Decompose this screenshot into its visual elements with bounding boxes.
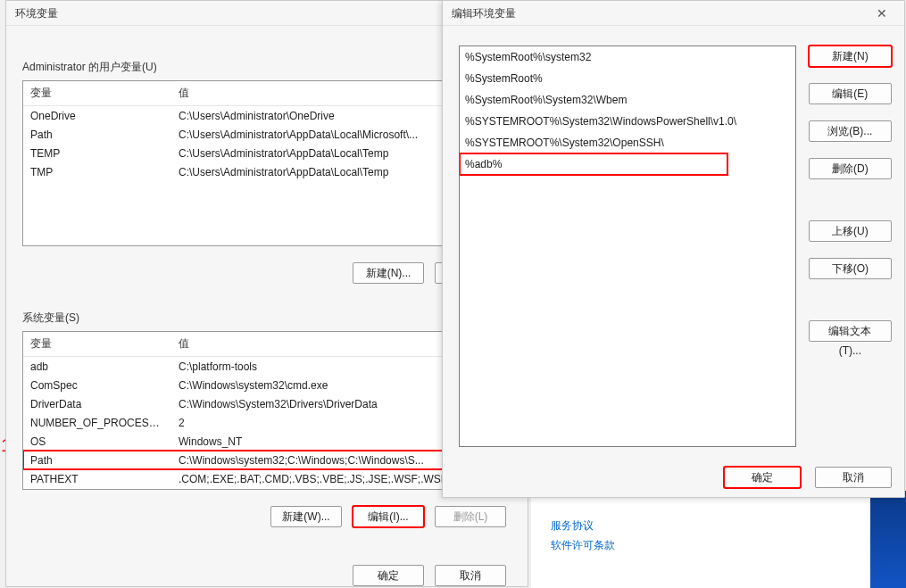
user-vars-buttons: 新建(N)... 编辑(E)...: [22, 246, 511, 296]
cell-var: TMP: [23, 162, 171, 181]
sys-vars-label: 系统变量(S): [22, 302, 511, 331]
list-item[interactable]: %SystemRoot%\System32\Wbem: [460, 89, 795, 111]
cell-var: DriverData: [23, 394, 171, 413]
dlg1-footer-buttons: 确定 取消: [22, 549, 511, 588]
cell-var: TEMP: [23, 144, 171, 162]
table-row[interactable]: PathC:\Users\Administrator\AppData\Local…: [23, 125, 511, 144]
user-vars-table[interactable]: 变量 值 OneDriveC:\Users\Administrator\OneD…: [22, 80, 511, 246]
dlg2-titlebar: 编辑环境变量 ✕: [443, 1, 904, 26]
user-vars-label: Administrator 的用户变量(U): [22, 51, 511, 80]
cell-var: Path: [23, 451, 171, 469]
delete-entry-button[interactable]: 删除(D): [809, 158, 892, 179]
sys-edit-button[interactable]: 编辑(I)...: [353, 506, 424, 527]
desktop-background: [870, 491, 906, 588]
dlg1-ok-button[interactable]: 确定: [353, 565, 424, 586]
dlg2-ok-button[interactable]: 确定: [724, 467, 801, 488]
table-row[interactable]: OneDriveC:\Users\Administrator\OneDrive: [23, 106, 511, 125]
list-item[interactable]: %SYSTEMROOT%\System32\OpenSSH\: [460, 132, 795, 153]
browse-button[interactable]: 浏览(B)...: [809, 120, 892, 142]
path-entries-list[interactable]: %SystemRoot%\system32%SystemRoot%%System…: [459, 46, 796, 447]
cell-var: OneDrive: [23, 106, 171, 125]
table-row[interactable]: PathC:\Windows\system32;C:\Windows;C:\Wi…: [23, 451, 511, 469]
sys-vars-table[interactable]: 变量 值 adbC:\platform-toolsComSpecC:\Windo…: [22, 331, 511, 490]
cell-var: OS: [23, 432, 171, 451]
header-variable: 变量: [23, 81, 171, 105]
sys-delete-button[interactable]: 删除(L): [435, 506, 506, 527]
move-down-button[interactable]: 下移(O): [809, 258, 892, 279]
edit-text-button[interactable]: 编辑文本(T)...: [809, 320, 892, 342]
header-variable: 变量: [23, 332, 171, 356]
cell-var: adb: [23, 357, 171, 376]
close-icon[interactable]: ✕: [869, 1, 895, 26]
user-new-button[interactable]: 新建(N)...: [353, 262, 424, 284]
dlg2-cancel-button[interactable]: 取消: [815, 467, 892, 488]
move-up-button[interactable]: 上移(U): [809, 220, 892, 242]
table-row[interactable]: TMPC:\Users\Administrator\AppData\Local\…: [23, 162, 511, 181]
table-row[interactable]: TEMPC:\Users\Administrator\AppData\Local…: [23, 144, 511, 162]
background-panel: 服务协议 软件许可条款: [531, 491, 906, 588]
user-vars-header: 变量 值: [23, 81, 511, 106]
table-row[interactable]: ComSpecC:\Windows\system32\cmd.exe: [23, 376, 511, 394]
table-row[interactable]: NUMBER_OF_PROCESSORS2: [23, 413, 511, 432]
table-row[interactable]: OSWindows_NT: [23, 432, 511, 451]
list-item[interactable]: %SYSTEMROOT%\System32\WindowsPowerShell\…: [460, 111, 795, 132]
cell-var: PATHEXT: [23, 469, 171, 488]
cell-var: NUMBER_OF_PROCESSORS: [23, 413, 171, 432]
dlg2-title: 编辑环境变量: [452, 1, 516, 26]
dlg1-cancel-button[interactable]: 取消: [435, 565, 506, 586]
table-row[interactable]: PATHEXT.COM;.EXE;.BAT;.CMD;.VBS;.VBE;.JS…: [23, 469, 511, 488]
new-entry-button[interactable]: 新建(N): [809, 46, 892, 67]
list-item[interactable]: %SystemRoot%: [460, 68, 795, 89]
table-row[interactable]: adbC:\platform-tools: [23, 357, 511, 376]
dlg1-title: 环境变量: [15, 1, 58, 26]
edit-entry-button[interactable]: 编辑(E): [809, 83, 892, 104]
sys-vars-header: 变量 值: [23, 332, 511, 357]
list-item[interactable]: %SystemRoot%\system32: [460, 46, 795, 68]
table-row[interactable]: DriverDataC:\Windows\System32\Drivers\Dr…: [23, 394, 511, 413]
sys-new-button[interactable]: 新建(W)...: [270, 506, 342, 527]
link-license-terms[interactable]: 软件许可条款: [551, 535, 906, 555]
cell-var: ComSpec: [23, 376, 171, 394]
cell-var: Path: [23, 125, 171, 144]
sys-vars-buttons: 新建(W)... 编辑(I)... 删除(L): [22, 490, 511, 540]
list-item[interactable]: %adb%: [460, 153, 727, 175]
link-service-agreement[interactable]: 服务协议: [551, 516, 906, 535]
edit-env-var-dialog: 编辑环境变量 ✕ %SystemRoot%\system32%SystemRoo…: [442, 0, 905, 498]
